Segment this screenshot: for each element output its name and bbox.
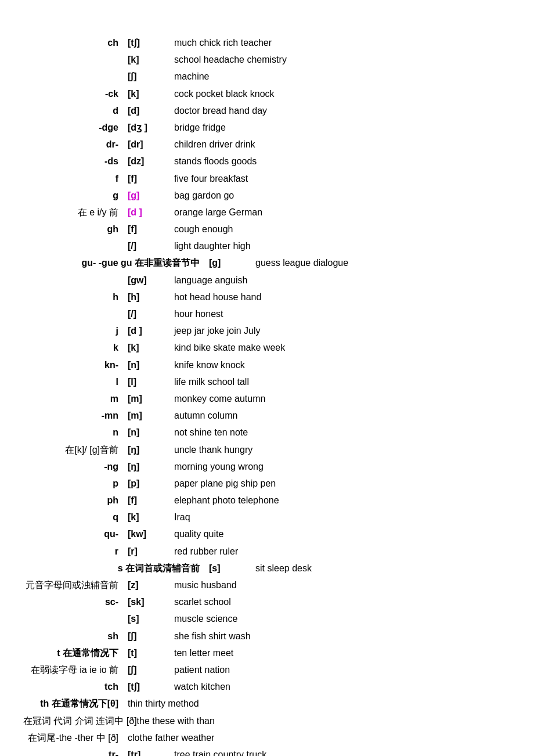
- letter-cell: kn-: [23, 357, 128, 373]
- phoneme-cell: [ŋ]: [128, 459, 174, 474]
- examples-cell: sit sleep desk: [255, 560, 511, 576]
- examples-cell: not shine ten note: [174, 424, 511, 440]
- table-row: r [r] red rubber ruler: [23, 543, 511, 559]
- table-row: -ck [k] cock pocket black knock: [23, 86, 511, 102]
- full-row-text: 在冠词 代词 介词 连词中 [ð]the these with than: [23, 713, 511, 729]
- phoneme-cell: [m]: [128, 391, 174, 406]
- examples-cell: orange large German: [174, 204, 511, 220]
- table-row: 在[k]/ [g]音前 [ŋ] uncle thank hungry: [23, 442, 511, 458]
- letter-cell: f: [23, 171, 128, 186]
- letter-cell: g: [23, 188, 128, 203]
- letter-cell: dr-: [23, 136, 128, 152]
- phoneme-cell: [ʃ]: [128, 628, 174, 644]
- examples-cell: children driver drink: [174, 136, 511, 152]
- table-row: [/] hour honest: [23, 306, 511, 322]
- examples-cell: school headache chemistry: [174, 52, 511, 67]
- examples-cell: kind bike skate make week: [174, 340, 511, 355]
- table-row: 在词尾-the -ther 中 [ð] clothe father weathe…: [23, 730, 511, 746]
- examples-cell: machine: [174, 69, 511, 84]
- examples-cell: watch kitchen: [174, 679, 511, 694]
- phoneme-cell: [tʃ]: [128, 35, 174, 51]
- letter-cell: d: [23, 103, 128, 118]
- table-row: ch [tʃ] much chick rich teacher: [23, 35, 511, 51]
- letter-cell: h: [23, 289, 128, 305]
- phoneme-cell: [f]: [128, 492, 174, 508]
- letter-cell: p: [23, 476, 128, 491]
- table-row: g [g] bag gardon go: [23, 188, 511, 203]
- letter-cell: 元音字母间或浊辅音前: [23, 577, 128, 593]
- table-row: n [n] not shine ten note: [23, 424, 511, 440]
- letter-cell: 在 e i/y 前: [23, 204, 128, 220]
- letter-cell: l: [23, 374, 128, 390]
- phoneme-cell: [h]: [128, 289, 174, 305]
- examples-cell: much chick rich teacher: [174, 35, 511, 51]
- phoneme-cell: [k]: [128, 52, 174, 67]
- phoneme-cell: [m]: [128, 408, 174, 423]
- table-row: -dge [dʒ ] bridge fridge: [23, 120, 511, 135]
- table-row: f [f] five four breakfast: [23, 171, 511, 186]
- phoneme-cell: [d ]: [128, 323, 174, 339]
- examples-cell: thin thirty method: [128, 696, 511, 711]
- examples-cell: jeep jar joke join July: [174, 323, 511, 339]
- table-row: sh [ʃ] she fish shirt wash: [23, 628, 511, 644]
- examples-cell: elephant photo telephone: [174, 492, 511, 508]
- letter-cell: 在弱读字母 ia ie io 前: [23, 662, 128, 678]
- table-row: [s] muscle science: [23, 611, 511, 627]
- letter-cell: ph: [23, 492, 128, 508]
- phoneme-cell: [l]: [128, 374, 174, 390]
- examples-cell: bag gardon go: [174, 188, 511, 203]
- phoneme-cell: [r]: [128, 543, 174, 559]
- letter-cell: gu- -gue gu 在非重读音节中: [23, 255, 209, 271]
- phoneme-cell: [k]: [128, 340, 174, 355]
- table-row: -ds [dz] stands floods goods: [23, 153, 511, 169]
- examples-cell: she fish shirt wash: [174, 628, 511, 644]
- main-content: ch [tʃ] much chick rich teacher [k] scho…: [23, 35, 511, 756]
- table-row: dr- [dr] children driver drink: [23, 136, 511, 152]
- table-row: qu- [kw] quality quite: [23, 526, 511, 542]
- letter-cell: q: [23, 509, 128, 525]
- phoneme-cell: [d ]: [128, 204, 174, 220]
- letter-cell: r: [23, 543, 128, 559]
- examples-cell: monkey come autumn: [174, 391, 511, 406]
- phoneme-cell: [kw]: [128, 526, 174, 542]
- table-row: tr- [tr] tree train country truck: [23, 747, 511, 756]
- table-row: -ng [ŋ] morning young wrong: [23, 459, 511, 474]
- examples-cell: red rubber ruler: [174, 543, 511, 559]
- phoneme-cell: [ʃ]: [128, 662, 174, 678]
- phoneme-cell: [p]: [128, 476, 174, 491]
- phoneme-cell: [/]: [128, 238, 174, 254]
- phoneme-cell: [s]: [209, 560, 255, 576]
- phoneme-cell: [ŋ]: [128, 442, 174, 458]
- examples-cell: clothe father weather: [128, 730, 511, 746]
- examples-cell: scarlet school: [174, 594, 511, 610]
- examples-cell: hot head house hand: [174, 289, 511, 305]
- examples-cell: stands floods goods: [174, 153, 511, 169]
- table-row: 在弱读字母 ia ie io 前 [ʃ] patient nation: [23, 662, 511, 678]
- phoneme-cell: [g]: [128, 188, 174, 203]
- letter-cell: sc-: [23, 594, 128, 610]
- table-row: p [p] paper plane pig ship pen: [23, 476, 511, 491]
- letter-cell: 在[k]/ [g]音前: [23, 442, 128, 458]
- examples-cell: doctor bread hand day: [174, 103, 511, 118]
- table-row: 元音字母间或浊辅音前 [z] music husband: [23, 577, 511, 593]
- examples-cell: quality quite: [174, 526, 511, 542]
- phoneme-cell: [n]: [128, 357, 174, 373]
- examples-cell: knife know knock: [174, 357, 511, 373]
- examples-cell: hour honest: [174, 306, 511, 322]
- table-row: sc- [sk] scarlet school: [23, 594, 511, 610]
- table-row: gh [f] cough enough: [23, 221, 511, 237]
- table-row: h [h] hot head house hand: [23, 289, 511, 305]
- phoneme-cell: [f]: [128, 221, 174, 237]
- letter-cell: ch: [23, 35, 128, 51]
- letter-cell: sh: [23, 628, 128, 644]
- examples-cell: guess league dialogue: [255, 255, 511, 271]
- letter-cell: j: [23, 323, 128, 339]
- examples-cell: autumn column: [174, 408, 511, 423]
- letter-cell: k: [23, 340, 128, 355]
- examples-cell: Iraq: [174, 509, 511, 525]
- examples-cell: life milk school tall: [174, 374, 511, 390]
- table-row: th 在通常情况下[θ] thin thirty method: [23, 696, 511, 711]
- examples-cell: language anguish: [174, 272, 511, 288]
- phoneme-cell: [f]: [128, 171, 174, 186]
- table-row: 在 e i/y 前 [d ] orange large German: [23, 204, 511, 220]
